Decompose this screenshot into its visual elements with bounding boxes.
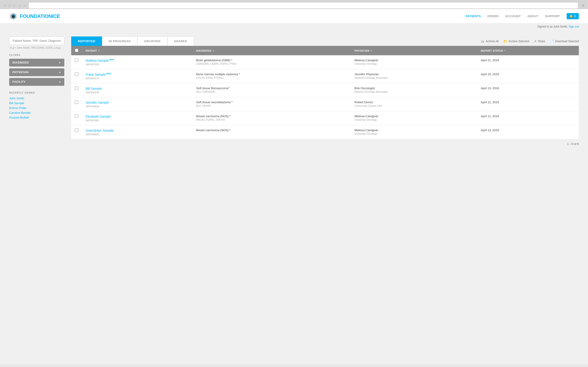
report-status-sort-icon: ▼ <box>504 50 506 52</box>
action-bar: 🗂 Archive All 📁 Archive Selected ↗ Share… <box>481 37 579 45</box>
physician-sort-icon: ▼ <box>370 50 372 52</box>
tab-archived[interactable]: ARCHIVED <box>137 36 167 46</box>
signin-bar: Signed in as John Smith. Sign out <box>0 24 588 30</box>
diagnosis-main-0: Brain glioblastoma (GBM) * <box>196 58 347 62</box>
address-bar[interactable] <box>28 2 578 9</box>
diagnosis-genes-2: ALK, CDKN2A/B <box>196 90 347 93</box>
patient-name-5[interactable]: Gwendolyn Sample <box>86 129 113 132</box>
pagination-text: 1 - 6 of 6 <box>567 142 579 146</box>
srf-number-5: SRF059830 <box>86 133 189 136</box>
patient-cell-1: Frank SampleNEW SRF060773 <box>82 69 192 83</box>
physician-cell-4: Melissa Caregiver University Oncology <box>351 111 477 125</box>
physician-cell-3: Robert Doctor Community Cancer Care <box>351 97 477 111</box>
main-layout: (e.g.= John Smith, TRF123456, EGFR, Lung… <box>0 30 588 156</box>
recent-russell-moffatt[interactable]: Russell Moffatt <box>9 115 64 120</box>
download-selected-button[interactable]: 📄 Download Selected <box>550 40 579 43</box>
traffic-lights <box>4 4 15 7</box>
row-checkbox-2[interactable] <box>75 86 78 90</box>
logo-ice: ICE <box>52 13 60 19</box>
report-date-3: April 12, 2016 <box>481 100 575 104</box>
diagnosis-cell-5: Breast carcinoma (NOS) * <box>192 125 351 139</box>
row-checkbox-cell-5 <box>71 125 82 139</box>
patient-cell-5: Gwendolyn Sample SRF059830 <box>82 125 192 139</box>
row-checkbox-3[interactable] <box>75 100 78 104</box>
physician-org-0: University Oncology <box>355 62 473 65</box>
physician-org-1: Network Oncology Associates <box>355 76 473 79</box>
patient-name-4[interactable]: Elizabeth Sample <box>86 115 111 118</box>
forward-button[interactable]: › <box>23 3 26 8</box>
signin-text: Signed in as John Smith. <box>537 25 568 28</box>
signout-link[interactable]: Sign out <box>569 25 579 28</box>
report-date-cell-3: April 12, 2016 <box>477 97 579 111</box>
diagnosis-genes-4: BRCA2, FGFR1, ZNF703 <box>196 118 347 121</box>
row-checkbox-0[interactable] <box>75 58 78 62</box>
physician-org-4: University Oncology <box>355 118 473 121</box>
traffic-light-maximize <box>12 4 15 7</box>
patient-name-2[interactable]: Bill Sample <box>86 87 102 90</box>
notification-button[interactable]: 🔔 0 <box>567 13 579 19</box>
diagnosis-main-2: Soft tissue fibrosarcoma* <box>196 86 347 90</box>
archive-all-button[interactable]: 🗂 Archive All <box>481 40 498 43</box>
back-button[interactable]: ‹ <box>18 3 22 8</box>
select-all-checkbox[interactable] <box>75 49 78 52</box>
report-date-2: April 13, 2016 <box>481 86 575 90</box>
tab-in-progress[interactable]: IN PROGRESS <box>102 36 137 46</box>
row-checkbox-cell-0 <box>71 55 82 69</box>
patient-name-1[interactable]: Frank SampleNEW <box>86 73 111 76</box>
app-container: FOUNDATIONICE PATIENTS ORDER ACCOUNT ABO… <box>0 9 588 365</box>
diagnosis-main-4: Breast carcinoma (NOS) * <box>196 115 347 118</box>
nav-account[interactable]: ACCOUNT <box>505 15 521 18</box>
sidebar: (e.g.= John Smith, TRF123456, EGFR, Lung… <box>9 36 64 149</box>
report-date-5: April 13, 2016 <box>481 128 575 132</box>
archive-selected-button[interactable]: 📁 Archive Selected <box>503 40 529 43</box>
physician-name-2: Bob Oncologist <box>355 86 473 90</box>
facility-filter[interactable]: FACILITY ▼ <box>9 78 64 86</box>
facility-filter-arrow: ▼ <box>59 81 61 83</box>
diagnosis-main-5: Breast carcinoma (NOS) * <box>196 128 347 132</box>
nav-about[interactable]: ABOUT <box>527 15 539 18</box>
table-body: Mathew SampleNEW SRF057925 Brain gliobla… <box>71 55 579 139</box>
nav-patients[interactable]: PATIENTS <box>466 15 481 18</box>
physician-filter[interactable]: PHYSICIAN ▼ <box>9 68 64 76</box>
patient-name-3[interactable]: Jennifer Sample <box>86 101 109 104</box>
row-checkbox-1[interactable] <box>75 73 78 76</box>
notification-count: 0 <box>574 15 576 18</box>
srf-number-2: SRF056239 <box>86 91 189 94</box>
patient-cell-2: Bill Sample SRF056239 <box>82 83 192 97</box>
diagnosis-filter[interactable]: DIAGNOSIS ▼ <box>9 59 64 67</box>
recent-emma-potter[interactable]: Emma Potter <box>9 106 64 110</box>
logo: FOUNDATIONICE <box>9 12 60 20</box>
download-icon: 📄 <box>550 40 554 43</box>
nav-order[interactable]: ORDER <box>487 15 499 18</box>
row-checkbox-4[interactable] <box>75 115 78 118</box>
physician-name-4: Melissa Caregiver <box>355 115 473 118</box>
menu-icon: ≡ <box>582 3 584 8</box>
physician-name-0: Melissa Caregiver <box>355 58 473 62</box>
diagnosis-cell-1: Bone marrow multiple myeloma * CXCR4, KR… <box>192 69 351 83</box>
row-checkbox-5[interactable] <box>75 128 78 132</box>
tab-shared[interactable]: SHARED <box>167 36 194 46</box>
nav-support[interactable]: SUPPORT <box>545 15 560 18</box>
diagnosis-filter-label: DIAGNOSIS <box>12 61 29 64</box>
diagnosis-cell-2: Soft tissue fibrosarcoma* ALK, CDKN2A/B <box>192 83 351 97</box>
physician-org-3: Community Cancer Care <box>355 104 473 107</box>
traffic-light-minimize <box>8 4 11 7</box>
physician-filter-label: PHYSICIAN <box>12 71 28 74</box>
recent-bill-sample[interactable]: Bill Sample <box>9 101 64 106</box>
tab-reported[interactable]: REPORTED <box>71 36 102 46</box>
physician-cell-2: Bob Oncologist Network Oncology Associat… <box>351 83 477 97</box>
physician-filter-arrow: ▼ <box>59 71 61 74</box>
recent-caroline-bender[interactable]: Caroline Bender <box>9 110 64 115</box>
th-report-status-label: REPORT STATUS <box>481 49 503 52</box>
search-input[interactable] <box>9 36 64 45</box>
patient-name-0[interactable]: Mathew SampleNEW <box>86 59 114 62</box>
report-date-cell-2: April 13, 2016 <box>477 83 579 97</box>
recent-john-smith[interactable]: John Smith <box>9 96 64 101</box>
srf-number-3: SRF059646 <box>86 105 189 108</box>
share-button[interactable]: ↗ Share <box>534 40 545 43</box>
patient-cell-0: Mathew SampleNEW SRF057925 <box>82 55 192 69</box>
th-diagnosis: DIAGNOSIS ▼ <box>192 46 351 55</box>
th-patient-label: PATIENT <box>86 49 97 52</box>
diagnosis-main-3: Soft tissue neuroblastoma * <box>196 100 347 104</box>
diagnosis-genes-0: CDKN2A/B, CEBPA, FGFR1, PTEN <box>196 62 347 65</box>
